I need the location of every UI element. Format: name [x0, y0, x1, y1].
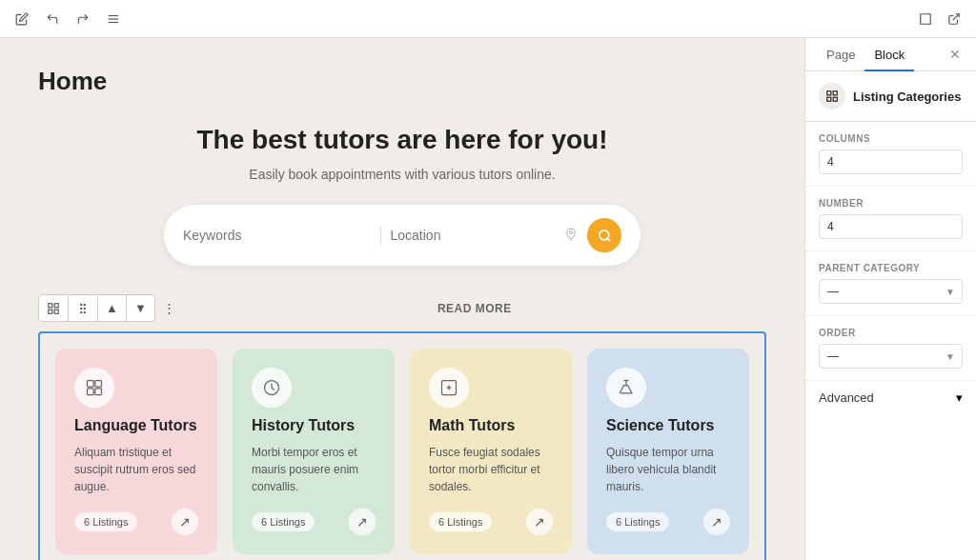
undo-button[interactable] — [42, 9, 63, 30]
listings-badge: 6 Listings — [252, 512, 315, 531]
category-name: History Tutors — [252, 417, 376, 434]
category-desc: Quisque tempor urna libero vehicula blan… — [606, 444, 730, 495]
category-arrow-button[interactable]: ↗ — [526, 509, 553, 535]
parent-category-section: PARENT CATEGORY — ▼ — [805, 251, 976, 316]
svg-point-5 — [570, 230, 573, 233]
advanced-section[interactable]: Advanced ▾ — [805, 381, 976, 414]
svg-rect-3 — [921, 13, 931, 24]
external-link-icon[interactable] — [944, 9, 965, 30]
listings-badge: 6 Listings — [74, 512, 137, 531]
advanced-label: Advanced — [819, 390, 874, 405]
search-divider — [380, 226, 381, 245]
columns-section: COLUMNS — [805, 122, 976, 187]
svg-rect-11 — [54, 310, 58, 313]
svg-rect-29 — [833, 91, 837, 95]
panel-tabs: Page Block ✕ — [805, 38, 976, 71]
read-more-label: READ MORE — [183, 302, 766, 315]
block-name-label: Listing Categories — [853, 90, 961, 104]
pencil-icon[interactable] — [11, 9, 32, 30]
category-footer: 6 Listings ↗ — [429, 509, 553, 535]
category-icon — [606, 368, 646, 408]
block-settings-button[interactable] — [39, 296, 69, 321]
columns-input[interactable] — [819, 150, 963, 174]
category-desc: Aliquam tristique et suscipit rutrum ero… — [74, 444, 198, 495]
order-section: ORDER — ▼ — [805, 316, 976, 381]
svg-rect-18 — [88, 381, 94, 388]
listing-categories: Language Tutors Aliquam tristique et sus… — [38, 331, 766, 560]
block-down-button[interactable]: ▼ — [127, 295, 154, 321]
search-bar — [164, 205, 640, 266]
svg-rect-8 — [49, 303, 52, 307]
block-toolbar-group: ▲ ▼ — [38, 294, 155, 322]
category-icon — [74, 368, 114, 408]
order-wrapper: — ▼ — [819, 344, 963, 369]
order-select[interactable]: — — [819, 344, 963, 369]
svg-point-13 — [84, 304, 85, 305]
hero-subtext: Easily book appointments with various tu… — [38, 167, 766, 182]
category-footer: 6 Listings ↗ — [606, 509, 730, 535]
columns-label: COLUMNS — [819, 133, 963, 144]
svg-point-12 — [81, 304, 82, 305]
tab-block[interactable]: Block — [864, 38, 914, 71]
category-desc: Fusce feugiat sodales tortor morbi effic… — [429, 444, 553, 495]
number-input[interactable] — [819, 214, 963, 239]
keywords-input[interactable] — [183, 228, 371, 243]
category-card: Math Tutors Fusce feugiat sodales tortor… — [410, 349, 572, 554]
location-icon — [564, 228, 578, 244]
category-footer: 6 Listings ↗ — [252, 509, 376, 535]
svg-point-14 — [81, 308, 82, 309]
svg-rect-9 — [54, 303, 58, 307]
menu-icon[interactable] — [103, 9, 124, 30]
hero-section: The best tutors are here for you! Easily… — [38, 125, 766, 266]
svg-rect-30 — [827, 97, 831, 101]
hero-heading: The best tutors are here for you! — [38, 125, 766, 155]
number-section: NUMBER — [805, 187, 976, 251]
svg-rect-10 — [49, 310, 52, 313]
block-more-button[interactable]: ⋮ — [155, 295, 183, 321]
category-name: Math Tutors — [429, 417, 553, 434]
category-arrow-button[interactable]: ↗ — [172, 509, 198, 535]
block-toolbar-row: ▲ ▼ ⋮ READ MORE — [38, 294, 766, 322]
svg-line-7 — [607, 238, 610, 241]
svg-point-16 — [81, 311, 82, 312]
canvas-area: Home The best tutors are here for you! E… — [0, 38, 804, 560]
order-label: ORDER — [819, 328, 963, 338]
block-icon — [819, 83, 845, 110]
svg-rect-28 — [827, 91, 831, 95]
advanced-chevron-icon: ▾ — [956, 390, 963, 405]
category-desc: Morbi tempor eros et mauris posuere enim… — [252, 444, 376, 495]
parent-category-label: PARENT CATEGORY — [819, 263, 963, 273]
category-icon — [429, 368, 469, 408]
category-name: Language Tutors — [74, 417, 198, 434]
svg-point-6 — [599, 230, 608, 239]
redo-button[interactable] — [72, 9, 93, 30]
svg-point-17 — [84, 311, 85, 312]
listings-badge: 6 Listings — [606, 512, 669, 531]
listings-badge: 6 Listings — [429, 512, 492, 531]
block-drag-button[interactable] — [69, 296, 98, 321]
page-title: Home — [38, 67, 766, 96]
right-panel: Page Block ✕ Listing Categories COLUMNS … — [804, 38, 976, 560]
category-arrow-button[interactable]: ↗ — [349, 509, 376, 535]
panel-close-button[interactable]: ✕ — [946, 43, 965, 66]
main-layout: Home The best tutors are here for you! E… — [0, 38, 976, 560]
category-card: History Tutors Morbi tempor eros et maur… — [233, 349, 395, 554]
category-name: Science Tutors — [606, 417, 730, 434]
tab-page[interactable]: Page — [817, 38, 864, 71]
search-location-wrapper — [391, 228, 579, 244]
svg-line-4 — [953, 13, 959, 19]
block-up-button[interactable]: ▲ — [98, 295, 127, 321]
location-input[interactable] — [391, 228, 559, 243]
category-footer: 6 Listings ↗ — [74, 509, 198, 535]
toolbar — [0, 0, 976, 38]
search-button[interactable] — [587, 218, 621, 252]
category-card: Language Tutors Aliquam tristique et sus… — [55, 349, 217, 554]
svg-rect-31 — [833, 97, 837, 101]
category-card: Science Tutors Quisque tempor urna liber… — [587, 349, 749, 554]
category-arrow-button[interactable]: ↗ — [703, 509, 730, 535]
parent-category-select[interactable]: — — [819, 279, 963, 304]
panel-block-header: Listing Categories — [805, 71, 976, 122]
parent-category-wrapper: — ▼ — [819, 279, 963, 304]
svg-rect-20 — [88, 389, 94, 395]
window-icon[interactable] — [915, 9, 936, 30]
